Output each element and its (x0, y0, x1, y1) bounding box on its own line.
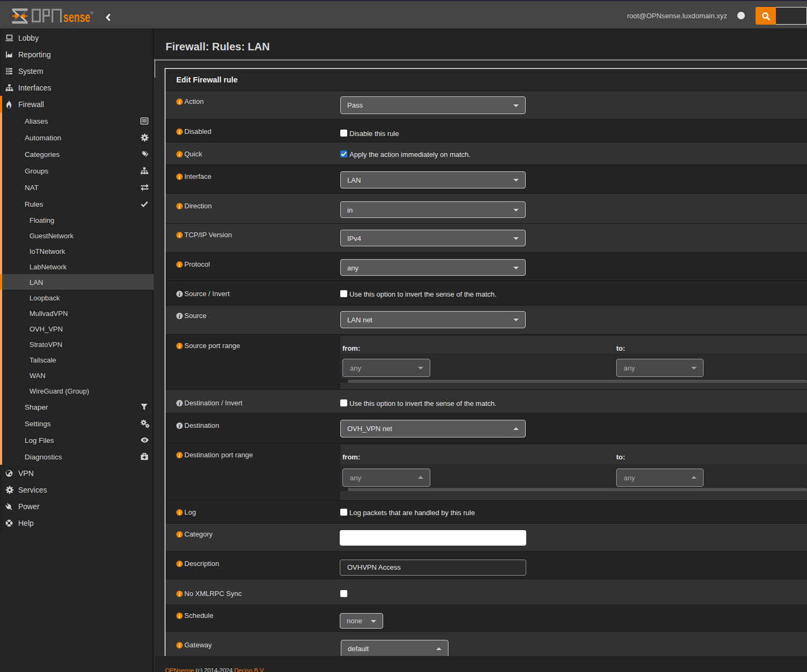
svg-text:sense: sense (63, 9, 91, 23)
